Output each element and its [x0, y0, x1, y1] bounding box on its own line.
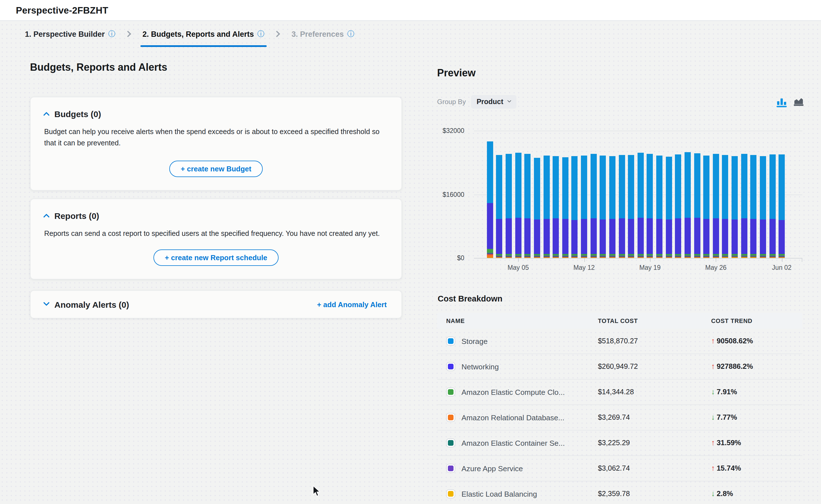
- bar-segment: [694, 256, 700, 257]
- bar-segment: [741, 256, 747, 257]
- row-name: Amazon Relational Database...: [461, 413, 564, 422]
- bar-segment: [703, 257, 710, 258]
- bar-segment: [694, 256, 700, 256]
- chevron-down-icon: [507, 98, 511, 102]
- legend-color-chip: [446, 489, 455, 498]
- budgets-reports-alerts-panel: Budgets, Reports and Alerts Budgets (0) …: [0, 47, 420, 504]
- bar-segment: [506, 219, 512, 254]
- bar-segment: [741, 256, 747, 256]
- bar-segment: [685, 217, 691, 254]
- table-row[interactable]: Amazon Elastic Container Se...$3,225.29↑…: [437, 430, 802, 456]
- bar-chart-icon[interactable]: [776, 96, 787, 107]
- bar-segment: [666, 257, 672, 258]
- bar-segment: [732, 256, 738, 256]
- bar-segment: [666, 254, 672, 256]
- bar-segment: [534, 257, 540, 258]
- table-header: NAME TOTAL COST COST TREND: [437, 313, 802, 329]
- bar-segment: [675, 257, 682, 258]
- bar-segment: [600, 256, 606, 256]
- legend-color-chip: [446, 337, 455, 346]
- stacked-bar: [619, 131, 625, 258]
- info-icon[interactable]: ⓘ: [257, 31, 265, 38]
- budgets-card-header[interactable]: Budgets (0): [44, 109, 388, 119]
- bar-segment: [647, 256, 653, 257]
- stacked-bar: [760, 131, 766, 258]
- bar-segment: [769, 257, 775, 258]
- bar-segment: [703, 256, 710, 257]
- trend-down-arrow-icon: ↓: [711, 414, 715, 421]
- bar-segment: [553, 257, 559, 258]
- bar-segment: [571, 156, 578, 220]
- tab-preferences[interactable]: 3. Preferences ⓘ: [289, 21, 357, 47]
- add-anomaly-alert-link[interactable]: + add Anomaly Alert: [317, 300, 387, 309]
- bar-segment: [562, 256, 568, 256]
- stacked-bar: [656, 131, 663, 258]
- bar-segment: [741, 257, 747, 258]
- info-icon[interactable]: ⓘ: [108, 31, 115, 38]
- bar-segment: [656, 155, 663, 219]
- table-row[interactable]: Amazon Relational Database...$3,269.74↓7…: [437, 405, 802, 430]
- bar-segment: [590, 154, 596, 219]
- chevron-right-icon: [124, 31, 131, 37]
- bar-segment: [515, 257, 521, 258]
- info-icon[interactable]: ⓘ: [347, 31, 354, 38]
- bar-segment: [741, 254, 747, 256]
- bar-segment: [769, 256, 775, 256]
- bar-segment: [534, 219, 540, 254]
- x-axis-tick-mark: [716, 258, 717, 262]
- legend-color-chip: [446, 464, 455, 473]
- bar-segment: [666, 256, 672, 256]
- bar-segment: [609, 256, 615, 257]
- bar-segment: [524, 219, 531, 254]
- area-chart-icon[interactable]: [793, 96, 804, 107]
- stacked-bar: [685, 131, 691, 258]
- stacked-bar: [524, 131, 531, 258]
- stacked-bar: [647, 131, 653, 258]
- tab-perspective-builder[interactable]: 1. Perspective Builder ⓘ: [23, 21, 117, 47]
- table-row[interactable]: Storage$518,870.27↑90508.62%: [437, 329, 802, 354]
- bar-segment: [496, 256, 502, 256]
- bar-segment: [760, 256, 766, 256]
- bar-segment: [751, 257, 757, 257]
- bar-segment: [694, 257, 700, 258]
- stacked-bar: [751, 131, 757, 258]
- bar-segment: [534, 158, 540, 219]
- bar-segment: [675, 254, 682, 256]
- bar-segment: [609, 256, 615, 256]
- bar-segment: [571, 256, 578, 256]
- table-row[interactable]: Elastic Load Balancing$2,359.78↓2.8%: [437, 481, 802, 504]
- bar-segment: [769, 155, 775, 219]
- table-row[interactable]: Azure App Service$3,062.74↑15.74%: [437, 456, 802, 481]
- bar-segment: [722, 256, 729, 257]
- stacked-bar: [741, 131, 747, 258]
- trend-up-arrow-icon: ↑: [711, 439, 715, 447]
- bar-segment: [506, 256, 512, 256]
- bar-segment: [713, 254, 719, 256]
- bar-segment: [751, 256, 757, 256]
- row-cost-trend: 15.74%: [717, 464, 741, 472]
- bar-segment: [760, 156, 766, 219]
- row-total-cost: $3,062.74: [598, 464, 711, 472]
- group-by-select[interactable]: Product: [471, 95, 516, 109]
- reports-card-header[interactable]: Reports (0): [44, 211, 388, 221]
- bar-segment: [675, 256, 682, 257]
- create-report-schedule-button[interactable]: + create new Report schedule: [153, 249, 279, 266]
- bar-segment: [609, 219, 615, 254]
- bar-segment: [722, 257, 729, 257]
- stacked-bar: [600, 131, 606, 258]
- bar-segment: [751, 254, 757, 256]
- column-header-total-cost: TOTAL COST: [598, 317, 711, 324]
- row-total-cost: $14,344.28: [598, 388, 711, 396]
- bar-segment: [543, 256, 549, 257]
- row-name: Networking: [461, 362, 499, 371]
- bar-segment: [694, 257, 700, 258]
- stacked-bar: [769, 131, 775, 258]
- anomaly-card-header[interactable]: Anomaly Alerts (0): [44, 300, 129, 309]
- create-budget-button[interactable]: + create new Budget: [169, 161, 263, 177]
- anomaly-title: Anomaly Alerts (0): [54, 300, 129, 309]
- table-row[interactable]: Networking$260,949.72↑927886.2%: [437, 354, 802, 380]
- table-row[interactable]: Amazon Elastic Compute Clo...$14,344.28↓…: [437, 380, 802, 405]
- tab-budgets-reports-alerts[interactable]: 2. Budgets, Reports and Alerts ⓘ: [140, 21, 267, 47]
- bar-segment: [685, 256, 691, 257]
- row-total-cost: $3,225.29: [598, 439, 711, 447]
